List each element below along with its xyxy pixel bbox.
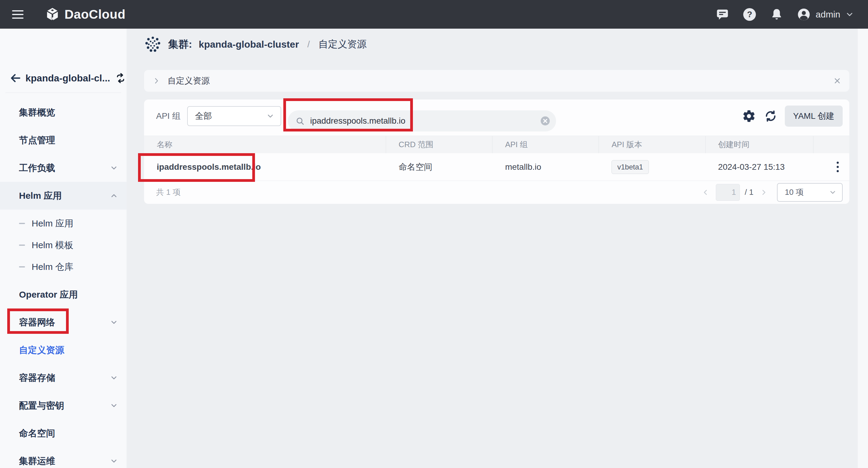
sidebar-item-namespaces[interactable]: 命名空间 bbox=[0, 419, 127, 447]
api-group-select[interactable]: 全部 bbox=[187, 106, 281, 126]
column-header-crd-scope: CRD 范围 bbox=[386, 136, 493, 153]
dash-icon bbox=[19, 244, 25, 246]
sidebar-subitem-helm-templates[interactable]: Helm 模板 bbox=[0, 234, 127, 256]
sidebar-item-custom-resources[interactable]: 自定义资源 bbox=[0, 336, 127, 364]
sidebar-item-helm-apps-group[interactable]: Helm 应用 bbox=[0, 182, 127, 210]
chevron-down-icon bbox=[110, 401, 118, 410]
version-badge: v1beta1 bbox=[612, 160, 649, 174]
kebab-menu-icon[interactable] bbox=[835, 160, 841, 174]
sidebar: kpanda-global-cl... 集群概览 节点管理 工作负载 bbox=[0, 29, 127, 468]
username: admin bbox=[815, 9, 840, 20]
column-header-name: 名称 bbox=[144, 136, 386, 153]
chevron-down-icon bbox=[110, 318, 118, 327]
row-api-version: v1beta1 bbox=[599, 160, 705, 174]
search-input[interactable] bbox=[288, 110, 556, 131]
chevron-right-icon[interactable] bbox=[153, 77, 160, 85]
breadcrumb-separator: / bbox=[307, 39, 310, 50]
current-cluster-name[interactable]: kpanda-global-cl... bbox=[26, 73, 110, 84]
chevron-down-icon bbox=[845, 10, 854, 19]
page-size-select[interactable]: 10 项 bbox=[777, 183, 843, 202]
search-box bbox=[288, 110, 556, 131]
resources-card: API 组 全部 bbox=[144, 99, 849, 204]
top-bar: DaoCloud ? bbox=[0, 0, 868, 29]
gear-icon[interactable] bbox=[741, 109, 756, 124]
table-row[interactable]: ipaddresspools.metallb.io 命名空间 metallb.i… bbox=[144, 153, 849, 181]
total-count: 共 1 项 bbox=[156, 187, 181, 198]
chevron-down-icon bbox=[110, 164, 118, 172]
sidebar-item-operator-apps[interactable]: Operator 应用 bbox=[0, 281, 127, 309]
sidebar-subitem-helm-apps[interactable]: Helm 应用 bbox=[0, 213, 127, 234]
message-icon[interactable] bbox=[715, 7, 730, 21]
chevron-down-icon bbox=[829, 188, 837, 196]
sidebar-item-node-management[interactable]: 节点管理 bbox=[0, 126, 127, 154]
daocloud-cube-icon bbox=[44, 7, 60, 22]
cluster-label: 集群: bbox=[168, 37, 192, 51]
notification-bell-icon[interactable] bbox=[770, 7, 784, 21]
sidebar-item-config-secrets[interactable]: 配置与密钥 bbox=[0, 392, 127, 419]
chevron-down-icon bbox=[266, 112, 275, 120]
brand-name: DaoCloud bbox=[64, 7, 125, 22]
toolbar: API 组 全部 bbox=[144, 105, 849, 127]
dash-icon bbox=[19, 266, 25, 267]
sidebar-subitem-helm-repos[interactable]: Helm 仓库 bbox=[0, 256, 127, 278]
refresh-icon[interactable] bbox=[763, 109, 778, 124]
column-header-api-version: API 版本 bbox=[599, 136, 705, 153]
dash-icon bbox=[19, 223, 25, 224]
column-header-api-group: API 组 bbox=[493, 136, 599, 153]
sidebar-cluster-header: kpanda-global-cl... bbox=[0, 67, 127, 89]
breadcrumb-page-title: 自定义资源 bbox=[318, 38, 367, 51]
sidebar-item-container-network[interactable]: 容器网络 bbox=[0, 309, 127, 336]
chevron-down-icon bbox=[110, 374, 118, 382]
cluster-dots-icon bbox=[144, 36, 161, 53]
row-actions bbox=[813, 160, 849, 174]
row-crd-scope: 命名空间 bbox=[386, 161, 493, 173]
api-group-label: API 组 bbox=[156, 110, 181, 122]
table-footer: 共 1 项 1 / 1 10 项 bbox=[144, 181, 849, 204]
column-header-actions bbox=[813, 136, 849, 153]
column-header-created: 创建时间 bbox=[706, 136, 813, 153]
sidebar-item-cluster-ops[interactable]: 集群运维 bbox=[0, 447, 127, 468]
help-icon[interactable]: ? bbox=[743, 7, 756, 21]
row-api-group: metallb.io bbox=[493, 162, 599, 172]
sidebar-item-container-storage[interactable]: 容器存储 bbox=[0, 364, 127, 392]
collapse-tab-bar: 自定义资源 bbox=[144, 70, 849, 92]
tab-title: 自定义资源 bbox=[167, 75, 210, 87]
switch-cluster-icon[interactable] bbox=[114, 72, 127, 84]
scrollbar-track bbox=[858, 29, 868, 468]
pagination: 1 / 1 10 项 bbox=[700, 183, 843, 202]
sidebar-nav: 集群概览 节点管理 工作负载 Helm 应用 Helm 应用 bbox=[0, 98, 127, 468]
chevron-down-icon bbox=[110, 457, 118, 465]
row-created-time: 2024-03-27 15:13 bbox=[706, 162, 813, 172]
chevron-up-icon bbox=[110, 192, 118, 200]
row-name[interactable]: ipaddresspools.metallb.io bbox=[144, 162, 386, 172]
table-header: 名称 CRD 范围 API 组 API 版本 创建时间 bbox=[144, 136, 849, 153]
next-page-icon[interactable] bbox=[758, 187, 769, 198]
topbar-actions: ? admin bbox=[715, 7, 854, 21]
toolbar-actions: YAML 创建 bbox=[741, 106, 843, 127]
page-number-input[interactable]: 1 bbox=[716, 184, 740, 201]
app-screen: DaoCloud ? bbox=[0, 0, 868, 468]
prev-page-icon[interactable] bbox=[700, 187, 711, 198]
close-icon[interactable] bbox=[833, 77, 841, 85]
clear-search-icon[interactable] bbox=[540, 116, 551, 126]
user-menu[interactable]: admin bbox=[797, 7, 854, 21]
back-arrow-icon[interactable] bbox=[9, 71, 22, 85]
sidebar-item-cluster-overview[interactable]: 集群概览 bbox=[0, 98, 127, 126]
brand-logo[interactable]: DaoCloud bbox=[44, 7, 125, 22]
avatar bbox=[797, 7, 811, 21]
page-header: 集群: kpanda-global-cluster / 自定义资源 bbox=[144, 36, 367, 53]
breadcrumb-cluster-name[interactable]: kpanda-global-cluster bbox=[198, 39, 299, 50]
sidebar-item-workloads[interactable]: 工作负载 bbox=[0, 154, 127, 182]
page-total: / 1 bbox=[745, 187, 753, 197]
hamburger-menu-icon[interactable] bbox=[12, 10, 24, 19]
yaml-create-button[interactable]: YAML 创建 bbox=[785, 106, 843, 127]
resources-table: 名称 CRD 范围 API 组 API 版本 创建时间 ipaddresspoo… bbox=[144, 136, 849, 204]
